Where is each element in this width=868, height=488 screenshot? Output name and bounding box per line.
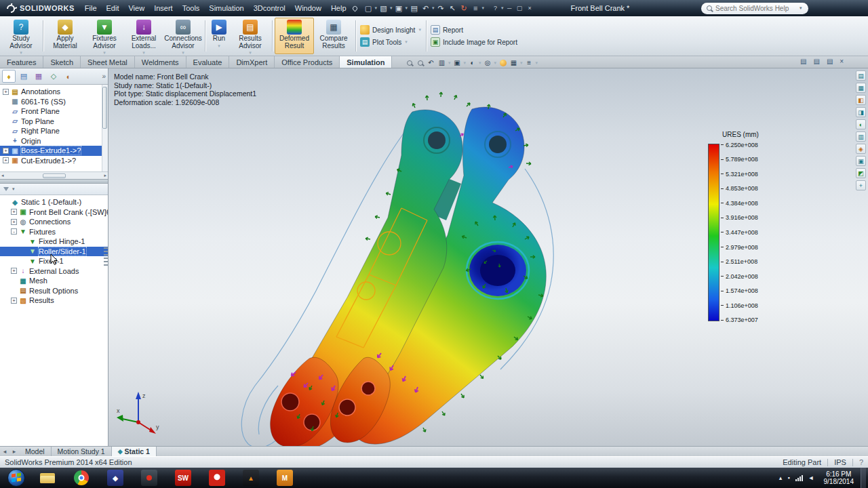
select-arrow-icon[interactable]: ↖: [447, 4, 458, 13]
tab-motion-study-1[interactable]: Motion Study 1: [52, 447, 112, 456]
open-icon[interactable]: ▧: [378, 4, 389, 13]
taskbar-app-icon-4[interactable]: ▲: [241, 468, 260, 487]
tab-office-products[interactable]: Office Products: [275, 56, 340, 68]
tool-icon-1[interactable]: ▤: [856, 70, 866, 81]
configuration-manager-tab[interactable]: ▦: [32, 70, 45, 83]
new-document-icon[interactable]: ▢: [363, 4, 374, 13]
tree-item-origin[interactable]: +Origin: [0, 136, 108, 146]
compare-results-button[interactable]: ▦ Compare Results: [314, 18, 353, 54]
previous-view-icon[interactable]: ↶: [426, 58, 436, 68]
redo-icon[interactable]: ↷: [435, 4, 447, 13]
run-button[interactable]: ▶ Run▾: [208, 18, 231, 54]
tab-model[interactable]: Model: [19, 447, 52, 456]
show-desktop-button[interactable]: [861, 468, 866, 488]
scroll-right-icon[interactable]: ▸: [104, 173, 106, 178]
tree-item-top-plane[interactable]: ▱Top Plane: [0, 117, 108, 127]
menu-3dcontrol[interactable]: 3Dcontrol: [249, 4, 290, 12]
print-icon[interactable]: ▤: [408, 4, 420, 13]
tool-icon-6[interactable]: ▥: [856, 131, 866, 142]
menu-file[interactable]: File: [80, 4, 102, 12]
report-button[interactable]: ▤ Report: [431, 25, 517, 35]
caret-icon[interactable]: ▾: [501, 5, 504, 11]
results-advisor-button[interactable]: ▤ Results Advisor▾: [231, 18, 270, 54]
scroll-left-icon[interactable]: ◂: [1, 173, 4, 178]
view-settings-icon[interactable]: ≡: [524, 58, 534, 68]
taskbar-explorer-icon[interactable]: [38, 468, 57, 487]
deformed-result-button[interactable]: Deformed Result: [275, 18, 314, 54]
dimxpert-manager-tab[interactable]: ◇: [47, 70, 60, 83]
design-insight-button[interactable]: Design Insight▾: [360, 25, 422, 35]
tab-scroll-left-icon[interactable]: ◂: [0, 448, 9, 455]
feature-tree-scrollbar[interactable]: [102, 85, 108, 171]
view-orientation-icon[interactable]: ▣: [452, 58, 462, 68]
panel-resize-handle[interactable]: [104, 247, 108, 266]
taskbar-app-icon-5[interactable]: M: [275, 468, 294, 487]
tree-item-fixed-hinge[interactable]: ▼Fixed Hinge-1: [0, 237, 108, 247]
document-close-icon[interactable]: ×: [840, 58, 844, 65]
search-input[interactable]: [715, 5, 795, 12]
tab-features[interactable]: Features: [0, 56, 43, 68]
menu-simulation[interactable]: Simulation: [204, 4, 248, 12]
expand-panel-chevrons[interactable]: »: [102, 73, 106, 80]
menu-view[interactable]: View: [123, 4, 149, 12]
scrollbar-thumb[interactable]: [43, 174, 66, 178]
tab-simulation[interactable]: Simulation: [340, 56, 392, 68]
apply-material-button[interactable]: ◆ Apply Material: [45, 18, 85, 54]
tree-item-static-study[interactable]: ◈Static 1 (-Default-): [0, 197, 108, 207]
tool-icon-10[interactable]: +: [856, 180, 866, 190]
taskbar-clock[interactable]: 6:16 PM 9/18/2014: [824, 470, 854, 485]
taskbar-app-icon-2[interactable]: [140, 468, 159, 487]
filter-icon[interactable]: [3, 187, 9, 191]
taskbar-app-icon-1[interactable]: ◆: [106, 468, 125, 487]
graphics-viewport[interactable]: Model name: Front Bell Crank Study name:…: [108, 68, 868, 446]
rebuild-icon[interactable]: ↻: [458, 4, 470, 13]
display-manager-tab[interactable]: ◐: [62, 70, 75, 83]
tool-icon-8[interactable]: ▣: [856, 156, 866, 166]
caret-icon[interactable]: ▾: [448, 60, 451, 66]
tool-icon-4[interactable]: ◨: [856, 107, 866, 117]
pane-icon[interactable]: ▤: [800, 58, 806, 65]
taskbar-app-icon-3[interactable]: [208, 468, 226, 487]
tool-icon-9[interactable]: ◩: [856, 168, 866, 178]
tab-evaluate[interactable]: Evaluate: [186, 56, 230, 68]
pin-icon[interactable]: [351, 5, 358, 12]
tree-item-front-plane[interactable]: ▱Front Plane: [0, 106, 108, 117]
panel-splitter[interactable]: [0, 179, 108, 184]
taskbar-solidworks-icon[interactable]: SW: [174, 468, 193, 487]
tree-item-connections[interactable]: +◎Connections: [0, 217, 108, 227]
tree-item-material[interactable]: ▦6061-T6 (SS): [0, 97, 108, 107]
display-style-icon[interactable]: ◐: [467, 58, 477, 68]
tree-item-fixtures[interactable]: -▼Fixtures: [0, 227, 108, 237]
feature-manager-tab[interactable]: ♦: [2, 70, 16, 83]
property-manager-tab[interactable]: ▤: [17, 70, 31, 83]
help-icon[interactable]: ?: [490, 5, 500, 12]
network-icon[interactable]: [795, 475, 803, 481]
taskbar-chrome-icon[interactable]: [72, 468, 91, 487]
units-text[interactable]: IPS: [834, 458, 846, 466]
menu-tools[interactable]: Tools: [178, 4, 205, 12]
tab-dimxpert[interactable]: DimXpert: [229, 56, 275, 68]
caret-icon[interactable]: ▾: [479, 60, 481, 66]
zoom-to-fit-icon[interactable]: [404, 58, 414, 68]
tree-item-mesh[interactable]: ▦Mesh: [0, 276, 108, 286]
quick-tips-icon[interactable]: ?: [859, 458, 863, 466]
feature-tree-hscrollbar[interactable]: ◂ ▸: [0, 171, 108, 179]
tray-item-icon[interactable]: ▪: [787, 474, 789, 481]
pane-icon[interactable]: ▤: [827, 58, 833, 65]
options-icon[interactable]: ≡: [470, 4, 481, 12]
study-advisor-button[interactable]: ? Study Advisor▾: [1, 18, 41, 54]
zoom-to-area-icon[interactable]: [415, 58, 425, 68]
undo-icon[interactable]: ↶: [420, 4, 431, 13]
tree-item-boss-extrude1[interactable]: +▣Boss-Extrude1->?: [0, 146, 108, 156]
edit-appearance-icon[interactable]: [498, 58, 508, 68]
show-hidden-icons[interactable]: ▴: [779, 474, 783, 481]
menu-insert[interactable]: Insert: [149, 4, 178, 12]
window-maximize-icon[interactable]: ▢: [515, 5, 525, 12]
tab-sheet-metal[interactable]: Sheet Metal: [81, 56, 135, 68]
caret-icon[interactable]: ▾: [494, 60, 497, 66]
plot-tools-button[interactable]: ▤ Plot Tools▾: [360, 37, 422, 47]
external-loads-button[interactable]: ↓ External Loads...▾: [124, 18, 163, 54]
tool-icon-7[interactable]: ◈: [856, 144, 866, 154]
caret-icon[interactable]: ▾: [536, 60, 538, 66]
menu-edit[interactable]: Edit: [102, 4, 124, 12]
